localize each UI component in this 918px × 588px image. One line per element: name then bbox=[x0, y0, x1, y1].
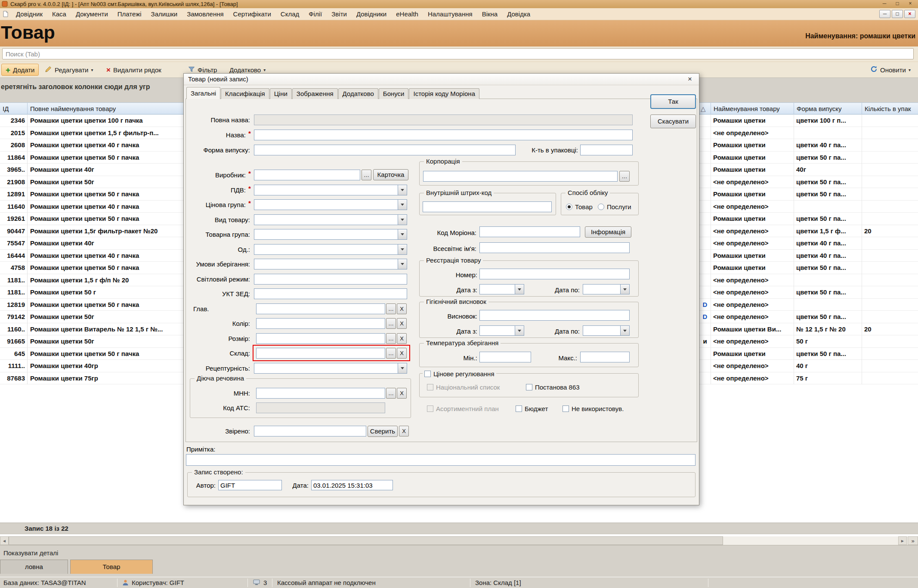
glav-input[interactable] bbox=[256, 303, 385, 314]
name-input[interactable] bbox=[254, 130, 633, 140]
add-button[interactable]: + Додати bbox=[1, 64, 39, 76]
world-name-input[interactable] bbox=[479, 242, 630, 253]
table-row[interactable]: 4758Ромашки цветки цветки 50 г пачка bbox=[0, 262, 185, 274]
table-row[interactable]: Ромашки цветкицветки 100 г п... bbox=[699, 115, 918, 127]
table-row[interactable]: D<не определено> bbox=[699, 299, 918, 311]
corporation-lookup-button[interactable]: … bbox=[619, 171, 630, 182]
mdi-close-button[interactable]: × bbox=[904, 10, 915, 18]
table-row[interactable]: 1181..Ромашки цветки 50 г bbox=[0, 286, 185, 299]
table-row[interactable]: 16444Ромашки цветки цветки 40 г пачка bbox=[0, 250, 185, 262]
table-row[interactable]: 12891Ромашки цветки цветки 50 г пачка bbox=[0, 188, 185, 201]
reg-number-input[interactable] bbox=[479, 269, 630, 279]
author-input[interactable] bbox=[218, 480, 282, 490]
price-regulation-checkbox[interactable]: Цінове регулювання bbox=[423, 369, 496, 378]
menu-item-Документи[interactable]: Документи bbox=[71, 8, 113, 20]
dialog-tab-Додатково[interactable]: Додатково bbox=[338, 88, 378, 99]
table-row[interactable]: Ромашки цветкицветки 50 г па... bbox=[699, 348, 918, 360]
decree-863-checkbox[interactable]: Постанова 863 bbox=[526, 383, 580, 391]
table-row[interactable]: 2015Ромашки цветки цветки 1,5 г фильтр-п… bbox=[0, 127, 185, 139]
scrollbar-thumb[interactable] bbox=[9, 536, 723, 545]
glav-lookup-button[interactable]: … bbox=[386, 303, 396, 314]
full-name-input[interactable] bbox=[254, 115, 633, 125]
menu-item-Звіти[interactable]: Звіти bbox=[327, 8, 352, 20]
conclusion-input[interactable] bbox=[479, 310, 630, 321]
dialog-tab-Бонуси[interactable]: Бонуси bbox=[379, 88, 409, 99]
verified-clear-button[interactable]: X bbox=[399, 426, 409, 436]
producer-input[interactable] bbox=[254, 170, 360, 180]
horizontal-scrollbar[interactable]: ◄ ► » bbox=[0, 536, 918, 545]
not-used-checkbox[interactable]: Не використовув. bbox=[563, 404, 624, 413]
verified-input[interactable] bbox=[254, 426, 366, 436]
menu-item-Довідник[interactable]: Довідник bbox=[11, 8, 47, 20]
table-row[interactable]: 91665Ромашки цветки 50г bbox=[0, 335, 185, 348]
table-row[interactable]: <не определено>цветки 1,5 г ф...20 bbox=[699, 225, 918, 238]
window-close-button[interactable]: × bbox=[905, 0, 915, 7]
dialog-close-icon[interactable]: × bbox=[684, 75, 695, 84]
table-row[interactable]: <не определено>40 г bbox=[699, 360, 918, 372]
card-button[interactable]: Карточка bbox=[373, 169, 408, 180]
sklad-lookup-button[interactable]: … bbox=[386, 348, 396, 359]
producer-lookup-button[interactable]: … bbox=[362, 170, 371, 180]
table-row[interactable]: 87683Ромашки цветки 75гр bbox=[0, 372, 185, 385]
menu-item-Каса[interactable]: Каса bbox=[47, 8, 71, 20]
assortment-plan-checkbox[interactable]: Асортиментний план bbox=[427, 404, 499, 413]
mnn-clear-button[interactable]: X bbox=[397, 388, 407, 399]
table-row[interactable]: Ромашки цветкицветки 50 г па... bbox=[699, 188, 918, 201]
delete-row-button[interactable]: × Видалити рядок bbox=[102, 64, 165, 76]
table-row[interactable]: 12819Ромашки цветки цветки 50 г пачка bbox=[0, 299, 185, 311]
column-header-full-name[interactable]: Повне найменування товару bbox=[28, 103, 185, 115]
menu-item-Вікна[interactable]: Вікна bbox=[477, 8, 503, 20]
budget-checkbox[interactable]: Бюджет bbox=[516, 404, 548, 413]
dialog-tab-Ціни[interactable]: Ціни bbox=[270, 88, 292, 99]
panel-expander-button[interactable]: » bbox=[908, 536, 918, 545]
atc-input[interactable] bbox=[256, 402, 385, 413]
table-row[interactable]: 2608Ромашки цветки цветки 40 г пачка bbox=[0, 139, 185, 152]
dialog-tab-Історія коду Моріона[interactable]: Історія коду Моріона bbox=[409, 88, 479, 99]
price-group-select[interactable] bbox=[254, 199, 407, 210]
size-input[interactable] bbox=[256, 333, 385, 344]
ok-button[interactable]: Так bbox=[650, 94, 696, 109]
barcode-input[interactable] bbox=[423, 201, 552, 212]
table-row[interactable]: <не определено> bbox=[699, 201, 918, 213]
mdi-minimize-button[interactable]: ─ bbox=[879, 10, 890, 18]
light-mode-input[interactable] bbox=[254, 274, 407, 285]
created-date-input[interactable] bbox=[311, 480, 393, 490]
table-row[interactable]: 1111..Ромашки цветки 40гр bbox=[0, 360, 185, 372]
table-row[interactable]: Ромашки цветкицветки 50 г па... bbox=[699, 213, 918, 225]
unit-select[interactable] bbox=[254, 244, 407, 255]
tab-main[interactable]: ловна bbox=[0, 560, 68, 574]
corporation-input[interactable] bbox=[423, 171, 618, 182]
menu-item-Платежі[interactable]: Платежі bbox=[113, 8, 146, 20]
table-row[interactable]: <не определено>цветки 40 г па... bbox=[699, 237, 918, 250]
window-maximize-button[interactable]: □ bbox=[892, 0, 903, 7]
table-row[interactable]: <не определено>цветки 50 г па... bbox=[699, 176, 918, 189]
search-input[interactable] bbox=[2, 48, 914, 59]
table-row[interactable]: 21908Ромашки цветки 50г bbox=[0, 176, 185, 189]
table-row[interactable]: <не определено> bbox=[699, 127, 918, 139]
menu-item-Замовлення[interactable]: Замовлення bbox=[182, 8, 228, 20]
vat-select[interactable] bbox=[254, 185, 407, 195]
glav-clear-button[interactable]: X bbox=[397, 303, 407, 314]
scroll-left-button[interactable]: ◄ bbox=[0, 536, 9, 545]
table-row[interactable]: Ромашки цветкицветки 50 г па... bbox=[699, 262, 918, 274]
dialog-tab-Зображення[interactable]: Зображення bbox=[292, 88, 338, 99]
menu-item-Довідники[interactable]: Довідники bbox=[352, 8, 391, 20]
edit-button[interactable]: Редагувати ▾ bbox=[41, 64, 97, 76]
ukt-zed-input[interactable] bbox=[254, 288, 407, 299]
reg-date-from-select[interactable] bbox=[479, 284, 524, 294]
column-header-form[interactable]: Форма випуску bbox=[794, 103, 862, 115]
note-input[interactable] bbox=[186, 454, 695, 466]
storage-conditions-select[interactable] bbox=[254, 259, 407, 269]
column-header-qty[interactable]: Кількість в упак bbox=[862, 103, 918, 115]
dialog-tab-Класифікація[interactable]: Класифікація bbox=[221, 88, 269, 99]
hyg-date-to-select[interactable] bbox=[583, 325, 630, 336]
mnn-input[interactable] bbox=[256, 388, 385, 399]
menu-item-Склад[interactable]: Склад bbox=[276, 8, 304, 20]
table-row[interactable]: 1160..Ромашки цветки Витарель № 12 1,5 г… bbox=[0, 323, 185, 336]
table-row[interactable]: Ромашки цветкицветки 50 г па... bbox=[699, 152, 918, 164]
table-row[interactable]: <не определено>цветки 50 г па... bbox=[699, 286, 918, 299]
cancel-button[interactable]: Скасувати bbox=[650, 115, 696, 128]
table-row[interactable]: 11864Ромашки цветки цветки 50 г пачка bbox=[0, 152, 185, 164]
menu-item-Сертифікати[interactable]: Сертифікати bbox=[229, 8, 276, 20]
column-header-name[interactable]: Найменування товару bbox=[711, 103, 794, 115]
